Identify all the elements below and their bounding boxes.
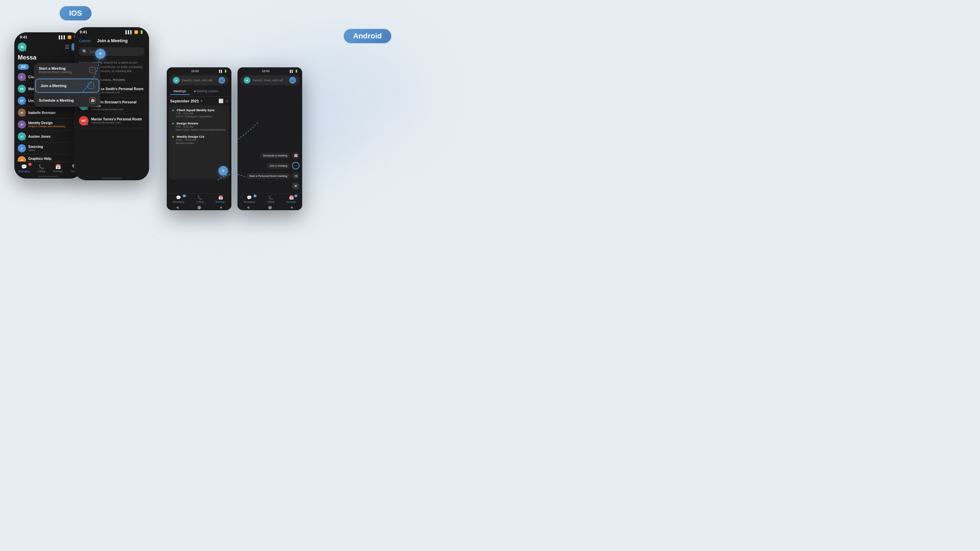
cancel-button[interactable]: Cancel [79,39,91,43]
home-icon-4[interactable]: ⬤ [268,205,272,209]
schedule-meeting-text: Schedule a Meeting [39,98,89,102]
month-title: September 2021 ▼ [170,99,203,103]
schedule-meeting-btn-icon[interactable]: 📅 [292,152,299,159]
online-indicator [24,139,26,140]
video-call-btn-4[interactable]: 📹 [289,77,296,84]
back-icon-4[interactable]: ◀ [247,205,250,209]
filter-all[interactable]: All [18,64,29,70]
android-nav-meetings-4[interactable]: 📅 3 Meetings [286,195,296,203]
contact-item[interactable]: ID Identity Design Graphic Design and Ma… [14,119,82,130]
contact-sub: Sales [28,149,75,152]
messaging-label: Messaging [173,201,185,203]
calling-icon: 📞 [197,195,202,200]
content-dot [194,91,196,92]
contact-avatar: G [18,156,26,162]
meetings-badge-4: 3 [294,195,298,197]
contact-item[interactable]: S Sourcing Sales [14,143,82,154]
schedule-meeting-icon: 📅 [89,97,95,103]
join-search-bar[interactable]: 🔍 [79,47,144,56]
join-meeting-text: Join a Meeting [40,84,88,88]
nav-calling[interactable]: 📞 Calling [38,164,45,172]
meeting-name-3: Weekly Design Crit [177,135,204,138]
recents-icon-4[interactable]: ■ [291,205,293,209]
android-nav-messaging-4[interactable]: 💬 9 Messaging [243,195,255,203]
home-indicator-2 [102,178,122,179]
calling-label: Calling [196,201,204,203]
personal-room-item[interactable]: MT Marise Torres's Personal Room mariset… [74,114,149,128]
meeting-item-1[interactable]: Client Squad Weekly Sync 7:30 - 8:15 AM … [169,107,229,120]
contact-item[interactable]: G Graphics Help Helpful Tips [14,154,82,162]
contact-item[interactable]: AJ Austen Jones [14,130,82,143]
messaging-title: Messa [14,53,82,63]
list-view-icon[interactable]: ≡ [226,98,228,103]
meetings-tab[interactable]: Meetings [170,88,189,95]
meeting-item-3[interactable]: Weekly Design Crit 10:00 - 10:30 AM @web… [169,133,229,147]
android-nav-messaging[interactable]: 💬 9 Messaging [173,195,185,203]
meeting-item-2[interactable]: Design Review 8:45 - 9:30 AM https://cis… [169,120,229,133]
online-indicator [24,79,26,81]
dropdown-item-text: Start a Meeting Personal Room meeting [39,66,89,74]
android-nav-calling[interactable]: 📞 Calling [196,195,204,203]
contact-avatar: MB [18,85,26,93]
calling-icon-4: 📞 [268,195,273,200]
contact-info: Identity Design Graphic Design and Marke… [28,121,79,128]
messaging-icon: 💬 [176,195,181,200]
android-bottom-nav-4: 💬 9 Messaging 📞 Calling 📅 3 Meetings [237,193,302,205]
room-email-3: mariseto@example.com [91,121,142,124]
messaging-label: Messaging [18,170,30,172]
meeting-location-3: @webex:space [172,141,226,144]
android-bottom-nav-3: 💬 9 Messaging 📞 Calling 📅 Meetings [167,193,231,205]
room-name-3: Marise Torres's Personal Room [91,118,142,121]
fab-join-item[interactable]: Join a meeting → [247,162,299,169]
android-status-bar-4: 18:00 ▌▌ 🔋 [237,67,302,74]
android-search-bar-4[interactable]: M Search, meet, and call 📹 [240,75,299,86]
recents-icon[interactable]: ■ [220,205,222,209]
dropdown-join-item[interactable]: Join a Meeting → [36,79,99,92]
fab-schedule-item[interactable]: Schedule a meeting 📅 [247,152,299,159]
contact-item[interactable]: IB Isabelle Brennan [14,107,82,119]
dropdown-schedule-meeting[interactable]: Schedule a Meeting 📅 [34,94,100,107]
android-nav-calling-4[interactable]: 📞 Calling [267,195,274,203]
contact-name: Graphics Help [28,157,79,160]
contact-info: Austen Jones [28,135,79,138]
dropdown-start-meeting[interactable]: Start a Meeting Personal Room meeting + [34,63,100,78]
calendar-view-icon[interactable]: ⬜ [218,98,224,103]
filter-icon[interactable]: ☰ [65,44,69,50]
ios-platform-label: IOS [60,6,92,21]
contact-avatar: ID [18,121,26,129]
meeting-dropdown: Start a Meeting Personal Room meeting + … [34,63,100,107]
android-nav-meetings[interactable]: 📅 Meetings [216,195,225,203]
nav-messaging[interactable]: 💬 3 Messaging [18,164,30,172]
messaging-label-4: Messaging [243,201,255,203]
android-status-icons: ▌▌ 🔋 [219,70,227,73]
fab-personal-room-item[interactable]: Start a Personal Room meeting 📹 [247,172,299,179]
plus-fab-button[interactable]: + [95,49,105,59]
android-search-text-4: Search, meet, and call [253,79,287,82]
join-meeting-title: Join a Meeting [97,38,127,43]
user-avatar-android: M [173,77,180,84]
meeting-time-1: 7:30 - 8:15 AM [172,112,226,115]
online-indicator [24,103,26,105]
home-icon[interactable]: ⬤ [197,205,201,209]
personal-room-btn-icon[interactable]: 📹 [292,172,299,179]
nav-meetings[interactable]: 📅 Meetings [53,164,63,172]
calling-label-4: Calling [267,201,274,203]
video-call-btn[interactable]: 📹 [218,77,225,84]
status-icons-2: ▌▌▌ 🛜 🔋 [126,30,143,34]
personal-room-label: Start a Personal Room meeting [247,173,290,179]
android-search-text: Search, meet, and call [182,79,216,82]
android-search-bar-3[interactable]: M Search, meet, and call 📹 [169,75,229,86]
month-action-icons: ⬜ ≡ [218,98,228,103]
android-status-icons-4: ▌▌ 🔋 [290,70,298,73]
start-meeting-title: Start a Meeting [39,66,89,70]
home-indicator [38,176,59,177]
fab-plus-button[interactable]: + [218,166,228,176]
fab-close-button[interactable]: ✕ [292,182,299,190]
schedule-meeting-title: Schedule a Meeting [39,98,89,102]
meeting-content-tab[interactable]: Meeting content [189,88,222,95]
dropdown-join-meeting[interactable]: Join a Meeting → [35,79,99,93]
join-meeting-btn-icon[interactable]: → [292,162,299,169]
contact-avatar: S [18,144,26,152]
messaging-badge: 9 [183,195,186,197]
back-icon[interactable]: ◀ [176,205,179,209]
